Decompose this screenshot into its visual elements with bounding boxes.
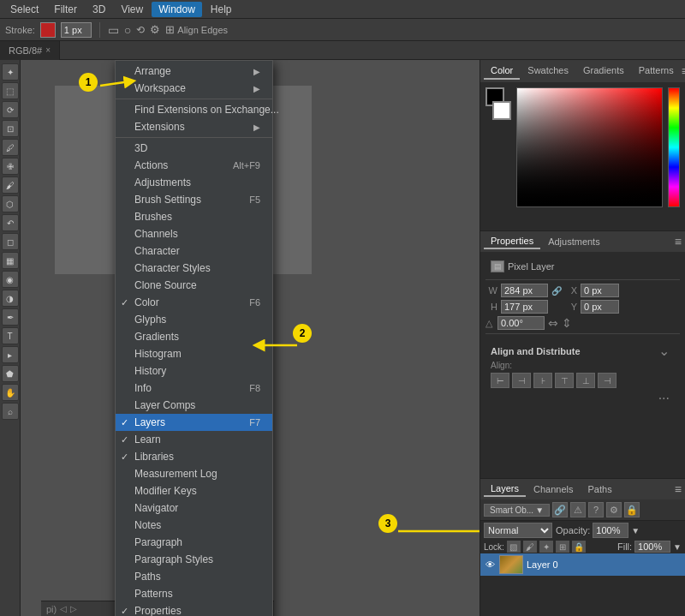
flip-h-btn[interactable]: ⇔ [548,316,558,330]
align-right-edges[interactable]: ⊦ [533,373,552,388]
toolbar-icon-gear[interactable]: ⚙ [150,23,160,36]
menu-item-find-extensions[interactable]: Find Extensions on Exchange... [116,101,272,118]
tool-eyedrop[interactable]: 🖊 [2,139,19,156]
menu-select[interactable]: Select [3,2,45,17]
tab-layers[interactable]: Layers [484,481,526,497]
menu-item-learn[interactable]: ✓ Learn [116,431,272,448]
menu-help[interactable]: Help [204,2,239,17]
align-centers-h[interactable]: ⊣ [512,373,531,388]
opacity-input[interactable] [593,523,628,538]
menu-item-extensions[interactable]: Extensions ▶ [116,118,272,135]
layers-settings-btn[interactable]: ⚙ [606,502,622,517]
tool-lasso[interactable]: ⟳ [2,101,19,118]
blend-mode-select[interactable]: Normal [484,523,552,538]
fill-input[interactable] [634,541,670,553]
menu-view[interactable]: View [114,2,150,17]
stroke-color-swatch[interactable] [40,22,56,38]
menu-item-arrange[interactable]: Arrange ▶ [116,63,272,80]
lock-position-btn[interactable]: ✦ [539,541,553,553]
layers-filter-btn[interactable]: Smart Ob... ▼ [484,504,550,517]
menu-item-history[interactable]: History [116,362,272,380]
x-input[interactable] [581,284,619,297]
toolbar-icon-rect[interactable]: ▭ [108,23,119,37]
background-color[interactable] [492,101,511,120]
layer-item-0[interactable]: 👁 Layer 0 [480,553,685,576]
tool-text[interactable]: T [2,327,19,344]
menu-window[interactable]: Window [152,2,202,17]
align-top-edges[interactable]: ⊤ [555,373,574,388]
align-left-edges[interactable]: ⊢ [491,373,509,388]
tool-select[interactable]: ⬚ [2,82,19,99]
layers-help-btn[interactable]: ? [588,502,604,517]
doc-tab[interactable]: RGB/8# × [0,41,60,60]
align-bottom-edges[interactable]: ⊣ [598,373,616,388]
tool-hand[interactable]: ✋ [2,384,19,401]
tab-adjustments[interactable]: Adjustments [541,235,607,248]
layers-panel-menu-btn[interactable]: ≡ [675,482,682,496]
color-gradient-picker[interactable] [516,87,663,207]
menu-item-navigator[interactable]: Navigator [116,499,272,517]
align-centers-v[interactable]: ⊥ [576,373,595,388]
lock-image-btn[interactable]: 🖌 [523,541,537,553]
menu-item-glyphs[interactable]: Glyphs [116,311,272,328]
menu-item-actions[interactable]: Actions Alt+F9 [116,157,272,174]
rotation-input[interactable] [497,316,545,330]
lock-all-btn[interactable]: 🔒 [572,541,586,553]
hue-slider[interactable] [668,87,680,207]
tool-stamp[interactable]: ⬡ [2,195,19,212]
align-more-btn[interactable]: ⌄ [653,341,675,361]
tool-brush[interactable]: 🖌 [2,176,19,194]
doc-tab-close[interactable]: × [45,45,51,55]
tab-channels[interactable]: Channels [527,482,580,496]
menu-item-modifier-keys[interactable]: Modifier Keys [116,482,272,499]
layers-link-btn[interactable]: 🔗 [552,502,568,517]
fill-dropdown-icon[interactable]: ▼ [673,542,682,552]
tool-crop[interactable]: ⊡ [2,120,19,137]
color-panel-menu-btn[interactable]: ≡ [682,64,685,78]
menu-item-brushes[interactable]: Brushes [116,208,272,225]
menu-3d[interactable]: 3D [86,2,112,17]
tool-gradient[interactable]: ▦ [2,252,19,269]
menu-item-layers[interactable]: ✓ Layers F7 [116,414,272,431]
toolbar-icon-circle[interactable]: ○ [124,23,131,37]
menu-item-adjustments[interactable]: Adjustments [116,174,272,191]
layer-visibility-eye[interactable]: 👁 [484,559,496,571]
menu-item-3d[interactable]: 3D [116,140,272,157]
layers-warn-btn[interactable]: ⚠ [570,502,586,517]
flip-v-btn[interactable]: ⇕ [562,316,572,330]
menu-item-clone-source[interactable]: Clone Source [116,277,272,294]
tool-history-brush[interactable]: ↶ [2,214,19,231]
lock-artboard-btn[interactable]: ⊞ [556,541,569,553]
menu-filter[interactable]: Filter [47,2,84,17]
opacity-dropdown-icon[interactable]: ▼ [631,526,640,535]
menu-item-measurement-log[interactable]: Measurement Log [116,465,272,482]
menu-item-layer-comps[interactable]: Layer Comps [116,397,272,414]
menu-item-character-styles[interactable]: Character Styles [116,260,272,277]
layers-lock-btn[interactable]: 🔒 [624,502,640,517]
stroke-value-input[interactable] [61,22,92,38]
menu-item-gradients[interactable]: Gradients [116,328,272,345]
tool-eraser[interactable]: ◻ [2,233,19,250]
tab-color[interactable]: Color [484,63,520,80]
tool-zoom[interactable]: ⌕ [2,403,19,420]
tab-paths[interactable]: Paths [581,482,619,496]
tool-pen[interactable]: ✒ [2,308,19,326]
menu-item-paths[interactable]: Paths [116,568,272,585]
tool-heal[interactable]: ✙ [2,158,19,175]
menu-item-notes[interactable]: Notes [116,517,272,534]
menu-item-color[interactable]: ✓ Color F6 [116,294,272,311]
y-input[interactable] [581,300,619,314]
menu-item-patterns[interactable]: Patterns [116,585,272,602]
tool-shape[interactable]: ⬟ [2,365,19,382]
menu-item-paragraph[interactable]: Paragraph [116,534,272,551]
tool-dodge[interactable]: ◑ [2,290,19,307]
more-options-btn[interactable]: ··· [653,389,675,407]
menu-item-channels[interactable]: Channels [116,225,272,242]
lock-transparent-btn[interactable]: ▧ [507,541,521,553]
properties-panel-menu-btn[interactable]: ≡ [675,235,682,248]
h-input[interactable] [501,300,548,314]
menu-item-histogram[interactable]: Histogram [116,345,272,362]
tab-swatches[interactable]: Swatches [521,63,575,80]
menu-item-properties[interactable]: ✓ Properties [116,602,272,616]
w-input[interactable] [501,284,548,297]
